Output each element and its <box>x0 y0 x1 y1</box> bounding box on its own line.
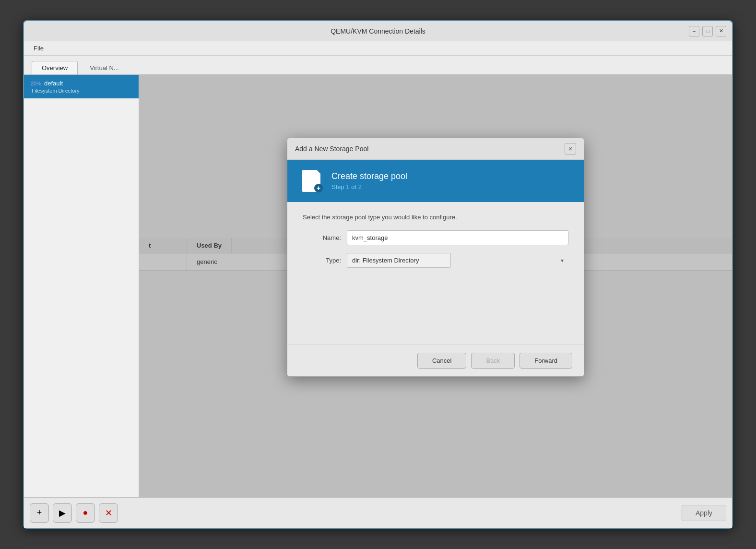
main-window: QEMU/KVM Connection Details − □ ✕ File O… <box>23 20 733 529</box>
content-area: 20% default Filesystem Directory t Used … <box>24 75 732 497</box>
dialog-spacer <box>303 275 568 333</box>
dialog-instruction: Select the storage pool type you would l… <box>303 214 568 221</box>
storage-name: default <box>44 80 63 87</box>
add-button[interactable]: + <box>30 503 49 523</box>
stop-button[interactable]: ● <box>76 503 95 523</box>
type-select-wrapper: dir: Filesystem Directory fs: Pre-Format… <box>347 253 568 268</box>
storage-percent: 20% <box>31 81 41 86</box>
dialog-header: + Create storage pool Step 1 of 2 <box>287 160 584 202</box>
dialog-title: Add a New Storage Pool <box>295 145 368 153</box>
dialog-footer: Cancel Back Forward <box>287 345 584 376</box>
type-label: Type: <box>303 257 341 264</box>
tabs-bar: Overview Virtual N... <box>24 56 732 75</box>
start-button[interactable]: ▶ <box>53 503 72 523</box>
cancel-button[interactable]: Cancel <box>417 353 466 369</box>
dialog-step-label: Step 1 of 2 <box>331 183 572 191</box>
tab-overview[interactable]: Overview <box>32 61 78 74</box>
minimize-button[interactable]: − <box>689 26 699 36</box>
maximize-button[interactable]: □ <box>702 26 713 36</box>
name-form-row: Name: <box>303 230 568 245</box>
toolbar-left: + ▶ ● ✕ <box>30 503 118 523</box>
dialog-header-icon: + <box>299 168 324 193</box>
type-form-row: Type: dir: Filesystem Directory fs: Pre-… <box>303 253 568 268</box>
bottom-toolbar: + ▶ ● ✕ Apply <box>24 497 732 528</box>
file-menu[interactable]: File <box>29 44 48 53</box>
apply-button[interactable]: Apply <box>682 505 726 521</box>
name-input[interactable] <box>347 230 568 245</box>
tab-virtual-networks[interactable]: Virtual N... <box>80 61 129 74</box>
dialog-close-button[interactable]: × <box>565 143 576 155</box>
stop-icon: ● <box>83 508 88 518</box>
dialog-header-title: Create storage pool <box>331 171 572 181</box>
sidebar-item-default[interactable]: 20% default Filesystem Directory <box>24 75 139 98</box>
main-panel: t Used By generic <box>139 75 732 497</box>
delete-button[interactable]: ✕ <box>99 503 118 523</box>
start-icon: ▶ <box>59 508 66 518</box>
dialog-body: Select the storage pool type you would l… <box>287 202 584 345</box>
dialog-header-text: Create storage pool Step 1 of 2 <box>331 171 572 191</box>
sidebar-item-header: 20% default <box>31 80 132 87</box>
window-controls: − □ ✕ <box>689 26 726 36</box>
delete-icon: ✕ <box>105 508 112 518</box>
dialog-title-bar: Add a New Storage Pool × <box>287 138 584 160</box>
sidebar: 20% default Filesystem Directory <box>24 75 139 497</box>
type-select[interactable]: dir: Filesystem Directory fs: Pre-Format… <box>347 253 451 268</box>
menu-bar: File <box>24 41 732 56</box>
add-storage-pool-dialog: Add a New Storage Pool × + Create storag… <box>287 138 584 377</box>
name-label: Name: <box>303 234 341 241</box>
plus-icon: + <box>314 184 323 192</box>
forward-button[interactable]: Forward <box>520 353 572 369</box>
window-title: QEMU/KVM Connection Details <box>331 27 425 35</box>
storage-type: Filesystem Directory <box>32 88 132 94</box>
title-bar: QEMU/KVM Connection Details − □ ✕ <box>24 21 732 41</box>
back-button[interactable]: Back <box>471 353 515 369</box>
dialog-overlay: Add a New Storage Pool × + Create storag… <box>139 75 732 497</box>
close-window-button[interactable]: ✕ <box>716 26 726 36</box>
